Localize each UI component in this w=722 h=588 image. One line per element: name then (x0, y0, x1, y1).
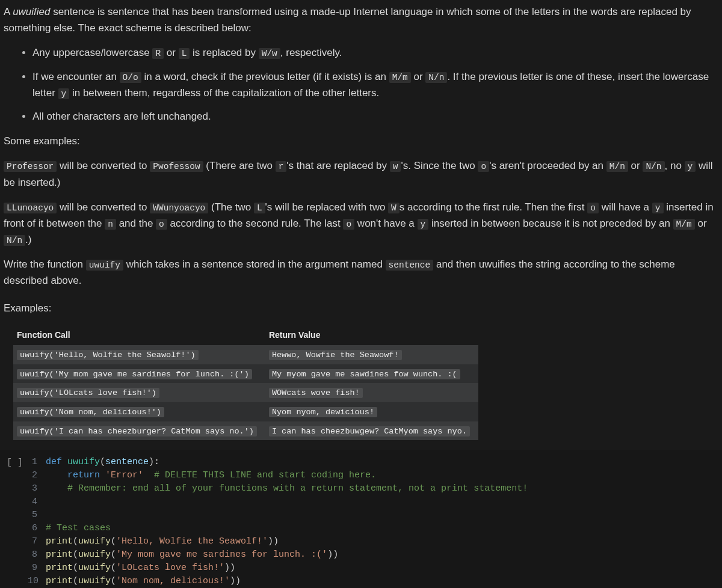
code-line[interactable]: print(uwuify('LOLcats love fish!')) (46, 562, 722, 575)
line-number: 8 (28, 548, 37, 562)
examples-table: Function Call Return Value uwuify('Hello… (13, 325, 478, 440)
text: sentence is sentence that has been trans… (4, 6, 691, 34)
code-Nn: N/n (643, 161, 664, 172)
text: (The two (208, 201, 254, 213)
page: A uwuified sentence is sentence that has… (0, 0, 722, 588)
cell-function-call: uwuify('LOLcats love fish!') (13, 383, 265, 402)
code-o2: o (156, 219, 167, 230)
text: 's aren't proceeded by an (489, 160, 606, 171)
examples-label: Examples: (4, 300, 718, 316)
text: 's will be replaced with two (265, 201, 389, 213)
code-Mn: M/n (606, 161, 628, 172)
code-Mm: M/m (673, 219, 695, 230)
text: won't have a (354, 218, 417, 229)
text: is replaced by (190, 47, 258, 58)
line-number: 1 (28, 456, 37, 469)
text: , respectively. (280, 47, 342, 58)
col-header-function-call: Function Call (13, 325, 265, 345)
cell-function-call: uwuify('My mom gave me sardines for lunc… (13, 364, 265, 384)
text: according to the second rule. The last (167, 218, 344, 229)
code-line[interactable]: return 'Error' # DELETE THIS LINE and st… (46, 469, 722, 482)
line-number: 9 (28, 562, 37, 575)
code-sentence: sentence (386, 260, 434, 271)
example-2: LLunoacyo will be converted to WWunyoacy… (4, 199, 718, 248)
code-snippet: uwuify('Nom nom, delicious!') (17, 407, 164, 417)
code-line[interactable]: print(uwuify('My mom gave me sardines fo… (46, 548, 722, 562)
line-number: 6 (28, 522, 37, 535)
text: (There are two (203, 160, 276, 171)
code-editor[interactable]: def uwuify(sentence): return 'Error' # D… (46, 456, 722, 588)
text: Write the function (4, 259, 86, 270)
code-line[interactable]: print(uwuify('Hello, Wolfie the Seawolf!… (46, 535, 722, 548)
code-L: L (179, 48, 190, 59)
cell-function-call: uwuify('I can has cheezburger? CatMom sa… (13, 421, 265, 441)
example-1: Professor will be converted to Pwofessow… (4, 158, 718, 190)
text: or (628, 160, 643, 171)
code-snippet: uwuify('Hello, Wolfie the Seawolf!') (17, 350, 199, 360)
code-snippet: WOWcats wove fish! (269, 388, 363, 398)
code-y: y (58, 88, 70, 99)
code-n: n (105, 219, 116, 230)
code-Nn: N/n (425, 72, 447, 83)
task-paragraph: Write the function uwuify which takes in… (4, 256, 718, 289)
text: , no (665, 160, 685, 171)
text: or (695, 218, 707, 229)
code-Nn2: N/n (4, 235, 25, 246)
table-row: uwuify('Nom nom, delicious!')Nyom nyom, … (13, 402, 478, 421)
code-line[interactable] (46, 495, 722, 509)
text: will be converted to (57, 160, 150, 171)
text: or (164, 47, 179, 58)
code-o: o (478, 161, 489, 172)
code-snippet: Hewwo, Wowfie the Seawowf! (269, 350, 402, 360)
code-uwuify: uwuify (86, 260, 123, 271)
code-snippet: Nyom nyom, dewicious! (269, 407, 377, 417)
text: .) (25, 234, 31, 245)
intro-paragraph: A uwuified sentence is sentence that has… (4, 4, 718, 36)
rule-1: Any uppercase/lowercase R or L is replac… (32, 44, 718, 61)
code-snippet: I can has cheezbuwgew? CatMyom says nyo. (269, 426, 470, 436)
code-snippet: uwuify('My mom gave me sardines for lunc… (17, 369, 252, 379)
rule-3: All other characters are left unchanged. (32, 108, 718, 124)
code-snippet: My myom gave me sawdines fow wunch. :( (269, 369, 460, 379)
code-line[interactable]: def uwuify(sentence): (46, 456, 722, 469)
table-row: uwuify('Hello, Wolfie the Seawolf!')Heww… (13, 345, 478, 364)
code-line[interactable]: # Test cases (46, 522, 722, 535)
execution-prompt[interactable]: [ ] (0, 456, 28, 470)
code-cell[interactable]: [ ] 1234567891011 def uwuify(sentence): … (0, 450, 722, 588)
text: inserted in between because it is not pr… (428, 218, 673, 229)
text: in a word, check if the previous letter … (141, 71, 389, 82)
text: will be converted to (57, 201, 150, 213)
code-y: y (685, 161, 696, 172)
text: 's. Since the two (401, 160, 478, 171)
some-examples-label: Some examples: (4, 133, 718, 149)
code-snippet: uwuify('I can has cheezburger? CatMom sa… (17, 426, 257, 436)
table-row: uwuify('My mom gave me sardines for lunc… (13, 364, 478, 384)
code-line[interactable]: print(uwuify('Nom nom, delicious!')) (46, 575, 722, 588)
code-Pwofessow: Pwofessow (150, 161, 203, 172)
code-y: y (652, 203, 664, 213)
code-Oo: O/o (120, 72, 141, 83)
code-Professor: Professor (4, 161, 57, 172)
problem-statement: A uwuified sentence is sentence that has… (0, 0, 722, 440)
text: s according to the first rule. Then the … (400, 201, 587, 213)
emphasis: uwuified (13, 6, 50, 17)
code-W: W (388, 203, 400, 213)
text: If we encounter an (32, 71, 120, 82)
cell-return-value: Nyom nyom, dewicious! (265, 402, 478, 421)
text: in between them, regardless of the capit… (69, 87, 379, 99)
line-number: 10 (28, 575, 37, 588)
rules-list: Any uppercase/lowercase R or L is replac… (4, 44, 718, 124)
code-R: R (152, 48, 164, 59)
code-line[interactable] (46, 509, 722, 522)
text: 's that are replaced by (286, 160, 389, 171)
text: and the (116, 218, 156, 229)
code-line[interactable]: # Remember: end all of your functions wi… (46, 482, 722, 495)
text: will have a (599, 201, 652, 213)
code-r: r (276, 161, 287, 172)
code-o: o (587, 203, 599, 213)
table-row: uwuify('I can has cheezburger? CatMom sa… (13, 421, 478, 441)
text: A (4, 6, 13, 17)
line-number: 2 (28, 469, 37, 482)
text: which takes in a sentence stored in the … (123, 259, 386, 270)
code-Ww: W/w (259, 48, 280, 59)
